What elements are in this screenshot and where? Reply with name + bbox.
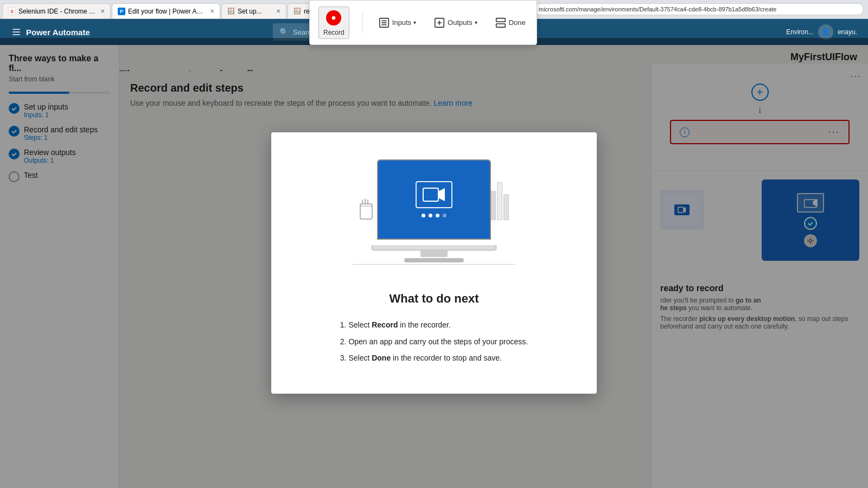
dot-1 xyxy=(422,214,425,217)
outputs-chevron: ▾ xyxy=(475,20,477,25)
coffee-cup xyxy=(358,197,375,225)
env-label: Environ... xyxy=(786,28,814,36)
modal-step-2: 2. Open an app and carry out the steps o… xyxy=(340,333,528,350)
tab-setup-label: Set up... xyxy=(238,8,273,15)
desk-line xyxy=(353,264,515,265)
outputs-label: Outputs xyxy=(448,18,473,27)
laptop-screen xyxy=(377,159,491,240)
modal-step-1: 1. Select Record in the recorder. xyxy=(340,317,528,333)
modal-overlay: ↗ ↗ xyxy=(0,38,868,488)
top-right-area: Environ... 👤 enayu. xyxy=(786,24,857,40)
tab-selenium-close[interactable]: ✕ xyxy=(100,8,105,14)
laptop-stand xyxy=(420,249,448,257)
svg-rect-22 xyxy=(423,188,438,201)
search-icon: 🔍 xyxy=(279,28,289,36)
laptop-foot xyxy=(404,258,464,262)
modal-dialog: ↗ ↗ xyxy=(271,132,597,394)
user-avatar: 👤 xyxy=(818,24,833,40)
book-3 xyxy=(497,182,502,220)
laptop-camera-icon-box xyxy=(416,181,452,208)
tab-selenium[interactable]: S Selenium IDE - Chrome Web Sto... ✕ xyxy=(2,3,111,18)
modal-steps: 1. Select Record in the recorder. 2. Ope… xyxy=(340,317,528,367)
record-icon xyxy=(325,9,342,27)
done-label: Done xyxy=(509,18,526,27)
inputs-label: Inputs xyxy=(392,18,411,27)
tab-setup-close[interactable]: ✕ xyxy=(276,8,280,14)
tab-power-label: Edit your flow | Power Automate xyxy=(128,8,207,15)
app-logo-text: Power Automate xyxy=(26,28,90,37)
book-2 xyxy=(490,191,496,220)
svg-marker-23 xyxy=(438,188,445,201)
dot-2 xyxy=(429,214,432,217)
user-name: enayu. xyxy=(838,28,857,36)
svg-point-0 xyxy=(332,16,336,20)
inputs-button[interactable]: Inputs ▾ xyxy=(376,15,418,31)
inputs-chevron: ▾ xyxy=(413,20,416,25)
record-circle xyxy=(326,10,341,25)
modal-step-3: 3. Select Done in the recorder to stop a… xyxy=(340,350,528,367)
tab-power-automate[interactable]: P Edit your flow | Power Automate ✕ xyxy=(112,3,220,18)
tab-setup[interactable]: 🪟 Set up... ✕ xyxy=(221,3,286,18)
recorder-toolbar: Record Inputs ▾ Outputs ▾ Done xyxy=(309,0,537,45)
dot-3 xyxy=(436,214,439,217)
app-container: Power Automate 🔍 Environ... 👤 enayu. Thr… xyxy=(0,19,868,488)
dot-4 xyxy=(443,214,446,217)
tab-power-close[interactable]: ✕ xyxy=(210,8,214,14)
address-bar[interactable]: microsoftl.com/manage/environments/Defau… xyxy=(534,3,864,15)
svg-rect-9 xyxy=(496,23,505,27)
modal-title: What to do next xyxy=(390,292,479,306)
tab-selenium-label: Selenium IDE - Chrome Web Sto... xyxy=(18,8,97,15)
laptop-illustration: ↗ ↗ xyxy=(342,154,526,279)
laptop-dots xyxy=(422,214,446,217)
book-4 xyxy=(503,194,509,220)
laptop-screen-inner xyxy=(378,160,490,239)
done-button[interactable]: Done xyxy=(493,15,528,31)
record-label: Record xyxy=(323,29,344,36)
outputs-button[interactable]: Outputs ▾ xyxy=(431,15,480,31)
toolbar-divider-1 xyxy=(362,12,363,34)
svg-rect-8 xyxy=(496,18,505,21)
record-button[interactable]: Record xyxy=(318,7,349,39)
